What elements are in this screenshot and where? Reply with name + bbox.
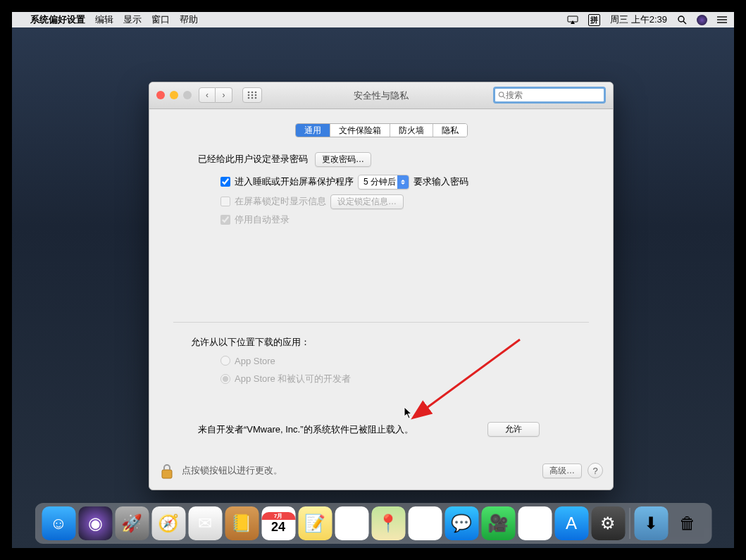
tab-privacy[interactable]: 隐私 — [433, 124, 467, 137]
dock-launchpad[interactable]: 🚀 — [115, 506, 149, 540]
allow-identified-label: App Store 和被认可的开发者 — [235, 373, 351, 385]
dock-facetime[interactable]: 🎥 — [481, 506, 515, 540]
dock-downloads[interactable]: ⬇ — [634, 506, 668, 540]
svg-point-14 — [251, 97, 254, 99]
dock-appstore[interactable]: A — [554, 506, 588, 540]
tab-firewall[interactable]: 防火墙 — [390, 124, 433, 137]
siri-menubar-icon[interactable] — [697, 15, 707, 25]
allow-button[interactable]: 允许 — [487, 422, 540, 437]
svg-line-17 — [503, 97, 505, 99]
menu-window[interactable]: 窗口 — [151, 13, 170, 26]
svg-point-13 — [248, 97, 250, 99]
lock-hint: 点按锁按钮以进行更改。 — [182, 464, 282, 477]
allow-appstore-label: App Store — [235, 356, 275, 366]
close-button[interactable] — [156, 91, 165, 99]
search-field[interactable] — [493, 87, 606, 104]
dock-mail[interactable]: ✉ — [188, 506, 222, 540]
search-icon — [498, 91, 506, 99]
require-password-delay-select[interactable]: 5 分钟后 — [358, 175, 409, 189]
airplay-icon[interactable] — [567, 15, 578, 24]
menubar[interactable]: 系统偏好设置 编辑 显示 窗口 帮助 拼 周三 上午2:39 — [12, 12, 734, 27]
dock-calendar[interactable]: 7月24 — [261, 506, 295, 540]
app-name[interactable]: 系统偏好设置 — [30, 13, 85, 26]
dock[interactable]: ☺◉🚀🧭✉📒7月24📝☑📍✿💬🎥♫A⚙⬇🗑 — [35, 503, 711, 544]
dock-photos[interactable]: ✿ — [408, 506, 442, 540]
set-lock-message-button: 设定锁定信息… — [330, 194, 404, 209]
blocked-software-message: 来自开发者“VMware, Inc.”的系统软件已被阻止载入。 — [198, 423, 414, 436]
menu-edit[interactable]: 编辑 — [95, 13, 113, 26]
search-input[interactable] — [506, 90, 601, 100]
svg-point-15 — [255, 97, 257, 99]
show-all-button[interactable] — [242, 87, 262, 103]
show-lock-message-label: 在屏幕锁定时显示信息 — [235, 195, 326, 208]
delay-selected-value: 5 分钟后 — [363, 176, 396, 188]
require-password-label-suffix: 要求输入密码 — [414, 175, 468, 188]
password-set-label: 已经给此用户设定登录密码 — [198, 153, 308, 166]
menu-view[interactable]: 显示 — [123, 13, 142, 26]
lock-icon[interactable] — [159, 461, 175, 480]
dock-safari[interactable]: 🧭 — [151, 506, 185, 540]
dock-maps[interactable]: 📍 — [371, 506, 405, 540]
svg-point-12 — [255, 94, 257, 97]
tab-filevault[interactable]: 文件保险箱 — [330, 124, 390, 137]
svg-point-10 — [248, 94, 250, 97]
allow-appstore-radio — [220, 356, 230, 366]
svg-point-8 — [251, 92, 254, 94]
forward-button[interactable]: › — [216, 87, 232, 103]
input-source-icon[interactable]: 拼 — [588, 14, 600, 26]
show-lock-message-checkbox — [220, 197, 230, 206]
dock-separator — [629, 508, 630, 539]
svg-line-3 — [683, 21, 686, 24]
dock-trash[interactable]: 🗑 — [671, 506, 704, 540]
svg-point-11 — [251, 94, 254, 97]
zoom-button[interactable] — [183, 91, 192, 99]
dock-contacts[interactable]: 📒 — [225, 506, 259, 540]
tabs: 通用 文件保险箱 防火墙 隐私 — [149, 123, 613, 137]
require-password-label-prefix: 进入睡眠或开始屏幕保护程序 — [235, 175, 354, 188]
dock-reminders[interactable]: ☑ — [335, 506, 368, 540]
dock-messages[interactable]: 💬 — [445, 506, 478, 540]
svg-point-7 — [248, 92, 250, 94]
svg-point-9 — [255, 92, 257, 94]
disable-auto-login-label: 停用自动登录 — [235, 213, 290, 226]
notification-center-icon[interactable] — [717, 15, 727, 24]
nav-buttons: ‹ › — [199, 87, 232, 103]
advanced-button[interactable]: 高级… — [542, 463, 582, 478]
back-button[interactable]: ‹ — [199, 87, 216, 103]
dock-itunes[interactable]: ♫ — [518, 506, 552, 540]
svg-point-16 — [499, 92, 503, 97]
change-password-button[interactable]: 更改密码… — [315, 152, 371, 167]
dock-finder[interactable]: ☺ — [42, 506, 75, 540]
spotlight-icon[interactable] — [677, 15, 687, 25]
svg-point-2 — [678, 16, 684, 22]
menu-help[interactable]: 帮助 — [180, 13, 198, 26]
allow-identified-radio — [220, 374, 230, 384]
help-button[interactable]: ? — [588, 463, 603, 478]
minimize-button[interactable] — [170, 91, 178, 99]
allow-from-heading: 允许从以下位置下载的应用： — [191, 336, 589, 349]
titlebar[interactable]: ‹ › 安全性与隐私 — [149, 82, 613, 109]
tab-general[interactable]: 通用 — [296, 124, 330, 137]
svg-rect-18 — [162, 470, 172, 478]
require-password-checkbox[interactable] — [220, 177, 230, 187]
system-prefs-window: ‹ › 安全性与隐私 通用 文件保险箱 防火墙 隐私 已经给此用户设定登录密码 — [149, 82, 614, 490]
select-arrows-icon — [397, 175, 409, 189]
disable-auto-login-checkbox — [220, 215, 230, 225]
dock-notes[interactable]: 📝 — [298, 506, 332, 540]
dock-siri[interactable]: ◉ — [78, 506, 112, 540]
dock-settings[interactable]: ⚙ — [591, 506, 625, 540]
clock[interactable]: 周三 上午2:39 — [610, 13, 667, 26]
